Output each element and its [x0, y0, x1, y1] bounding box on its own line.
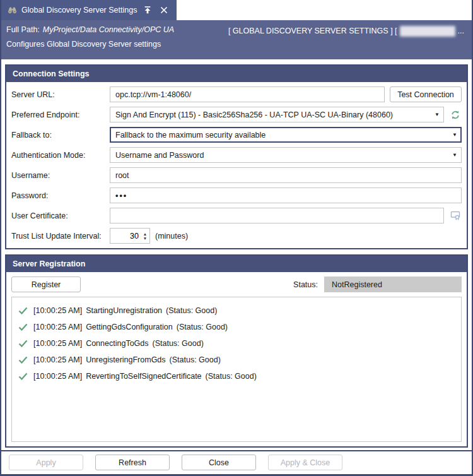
server-url-input[interactable] — [110, 86, 385, 102]
registration-log-list[interactable]: [10:00:25 AM]StartingUnregistration(Stat… — [11, 297, 462, 442]
user-certificate-input[interactable] — [110, 208, 444, 223]
tab-global-discovery-server-settings[interactable]: Global Discovery Server Settings — [1, 0, 177, 20]
redacted-server-name — [400, 26, 455, 37]
username-row: Username: — [11, 167, 462, 183]
apply-button[interactable]: Apply — [9, 455, 83, 470]
password-input[interactable] — [110, 187, 462, 203]
log-row[interactable]: [10:00:25 AM]GettingGdsConfiguration(Sta… — [12, 319, 461, 335]
connection-settings-group: Connection Settings Server URL: Test Con… — [5, 64, 468, 249]
username-label: Username: — [11, 171, 110, 180]
fallback-row: Fallback to: Fallback to the maximum sec… — [11, 127, 462, 143]
auth-mode-row: Authentication Mode: Username and Passwo… — [11, 147, 462, 163]
chevron-down-icon: ▼ — [435, 112, 440, 117]
pin-up-icon[interactable] — [141, 0, 153, 20]
log-row[interactable]: [10:00:25 AM]UnregisteringFromGds(Status… — [12, 352, 461, 368]
footer-button-bar: Apply Refresh Close Apply & Close — [1, 450, 472, 474]
check-icon — [18, 340, 28, 347]
refresh-button[interactable]: Refresh — [95, 455, 170, 470]
registration-controls: Register Status: NotRegistered — [11, 277, 462, 292]
spin-down-icon[interactable]: ▼ — [141, 236, 149, 241]
check-icon — [18, 323, 28, 331]
chevron-down-icon: ▼ — [452, 152, 457, 158]
preferred-endpoint-row: Preferred Endpoint: Sign And Encrypt (11… — [11, 107, 462, 122]
binoculars-icon — [8, 6, 17, 15]
user-certificate-label: User Certificate: — [11, 211, 110, 220]
trust-interval-unit: (minutes) — [155, 232, 188, 241]
breadcrumb: Full Path: MyProject/Data Connectivity/O… — [6, 25, 174, 34]
full-path-value: MyProject/Data Connectivity/OPC UA — [43, 25, 174, 34]
refresh-endpoints-icon[interactable] — [449, 107, 462, 122]
auth-mode-select[interactable]: Username and Password ▼ — [110, 147, 462, 163]
connection-settings-title: Connection Settings — [6, 66, 467, 82]
close-icon[interactable] — [158, 0, 170, 20]
trust-interval-row: Trust List Update Interval: ▲ ▼ (minutes… — [11, 228, 462, 244]
register-button[interactable]: Register — [11, 277, 81, 292]
apply-and-close-button[interactable]: Apply & Close — [268, 455, 342, 470]
gds-settings-window: Global Discovery Server Settings Full Pa… — [0, 0, 473, 476]
full-path-label: Full Path: — [6, 25, 40, 34]
status-label: Status: — [293, 280, 318, 289]
check-icon — [18, 356, 28, 364]
spin-up-icon[interactable]: ▲ — [141, 232, 149, 236]
password-row: Password: — [11, 187, 462, 203]
password-label: Password: — [11, 191, 110, 200]
log-row[interactable]: [10:00:25 AM]RevertingToSelfSignedCertif… — [12, 368, 461, 384]
log-row[interactable]: [10:00:25 AM]ConnectingToGds(Status: Goo… — [12, 335, 461, 352]
user-certificate-row: User Certificate: — [11, 208, 462, 223]
close-button[interactable]: Close — [182, 455, 256, 470]
tab-title: Global Discovery Server Settings — [21, 6, 137, 15]
check-icon — [18, 307, 28, 314]
server-registration-title: Server Registration — [6, 256, 467, 272]
test-connection-button[interactable]: Test Connection — [390, 86, 462, 102]
fallback-select[interactable]: Fallback to the maximum security availab… — [110, 127, 462, 143]
header-band: Full Path: MyProject/Data Connectivity/O… — [1, 20, 472, 59]
auth-mode-label: Authentication Mode: — [11, 151, 110, 160]
username-input[interactable] — [110, 167, 462, 183]
preferred-endpoint-label: Preferred Endpoint: — [11, 110, 110, 119]
trust-interval-input[interactable] — [110, 229, 141, 243]
chevron-down-icon: ▼ — [452, 132, 457, 138]
main-content: Connection Settings Server URL: Test Con… — [1, 59, 472, 448]
trust-interval-stepper: ▲ ▼ — [110, 228, 150, 244]
server-url-row: Server URL: Test Connection — [11, 86, 462, 102]
fallback-label: Fallback to: — [11, 131, 110, 140]
tab-bar: Global Discovery Server Settings — [1, 0, 472, 20]
status-badge: NotRegistered — [324, 277, 462, 292]
trust-interval-label: Trust List Update Interval: — [11, 232, 110, 241]
certificate-icon[interactable] — [449, 208, 462, 223]
preferred-endpoint-select[interactable]: Sign And Encrypt (115) - Basic256Sha256 … — [110, 107, 444, 122]
log-row[interactable]: [10:00:25 AM]StartingUnregistration(Stat… — [12, 302, 461, 319]
server-registration-group: Server Registration Register Status: Not… — [5, 254, 468, 448]
server-url-label: Server URL: — [11, 90, 110, 99]
context-indicator: [ GLOBAL DISCOVERY SERVER SETTINGS ] [ .… — [228, 25, 464, 59]
context-label: [ GLOBAL DISCOVERY SERVER SETTINGS ] [ — [228, 27, 397, 35]
page-description: Configures Global Discovery Server setti… — [6, 40, 174, 49]
context-suffix: ... — [458, 27, 464, 35]
check-icon — [18, 372, 28, 380]
